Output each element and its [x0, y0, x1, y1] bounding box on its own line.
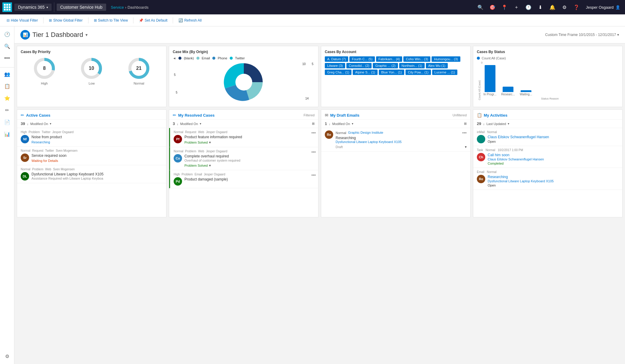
sidebar-item-history[interactable]: 🕐: [0, 29, 14, 40]
hide-visual-filter-label: Hide Visual Filter: [11, 18, 38, 22]
pie-legend: ◄ (blank) Email Phone Twitter: [173, 56, 315, 60]
resolved-down-icon[interactable]: ↓: [177, 122, 178, 126]
resolved-sort-field[interactable]: Modified On: [180, 122, 198, 126]
plus-icon-btn[interactable]: ＋: [512, 2, 521, 12]
tag-3[interactable]: Coho Win... (3): [403, 56, 430, 62]
bell-icon-btn[interactable]: 🔔: [548, 2, 557, 12]
sort-chevron[interactable]: ▾: [50, 122, 51, 125]
tag-13[interactable]: City Pow... (1): [405, 70, 431, 75]
tag-2[interactable]: Fabrikam... (4): [376, 56, 402, 62]
tag-9[interactable]: Alex Wu (1): [426, 63, 448, 68]
nav-divider: [54, 2, 54, 12]
draft-more-icon[interactable]: •••: [462, 130, 467, 135]
help-icon-btn[interactable]: ❓: [572, 2, 581, 12]
refresh-all-btn[interactable]: 🔄 Refresh All: [175, 17, 205, 24]
group-icon[interactable]: 👥: [2, 69, 13, 79]
bar-researching[interactable]: Researc...: [501, 87, 515, 96]
gear-sidebar-icon[interactable]: ⚙: [2, 351, 13, 362]
draft-tag-normal: Normal: [336, 131, 346, 135]
resolved-case-0[interactable]: Normal Request Web Jesper Osgaard ••• Pf…: [169, 128, 318, 147]
bar-in-progress[interactable]: In Progr...: [483, 65, 496, 96]
settings-icon-btn[interactable]: ⚙: [560, 2, 569, 12]
dashboard-header: 📊 Tier 1 Dashboard ▾ Custom Time Frame 1…: [14, 26, 625, 43]
waffle-menu[interactable]: [2, 2, 12, 12]
hide-visual-filter-btn[interactable]: ⊟ Hide Visual Filter: [4, 17, 41, 24]
active-cases-title: Active Cases: [26, 113, 50, 118]
sidebar-item-search[interactable]: 🔍: [0, 41, 14, 52]
breadcrumb-service[interactable]: Service: [111, 5, 124, 10]
resolved-icon: ✏: [173, 113, 176, 118]
user-profile[interactable]: Jesper Osgaard 👤: [584, 4, 623, 11]
time-frame[interactable]: Custom Time Frame 10/1/2015 - 12/31/2017…: [545, 33, 619, 37]
grid-icon[interactable]: ⊞: [312, 122, 315, 126]
active-sort-field[interactable]: Modified On: [30, 122, 48, 126]
tag-4[interactable]: Humongou... (3): [432, 56, 460, 62]
activity-status-0: Open: [488, 140, 619, 143]
activity-item-1[interactable]: Task Normal 10/2/2017 1:00 PM Ch Call hi…: [473, 146, 622, 168]
activities-sort-field[interactable]: Last Updated: [486, 122, 506, 126]
activity-item-0[interactable]: inMail Normal Claus Eilskov Schwanenflug…: [473, 128, 622, 146]
more-icon-0[interactable]: •••: [311, 130, 316, 135]
tag-5[interactable]: Litware (3): [325, 63, 345, 68]
activities-icon: 📋: [477, 113, 482, 118]
draft-down-icon[interactable]: ↓: [329, 122, 330, 126]
mappin-icon-btn[interactable]: 📍: [500, 2, 509, 12]
pencil-icon[interactable]: ✏: [2, 105, 13, 115]
history-icon[interactable]: 🕐: [2, 29, 13, 40]
default-icon: 📌: [139, 18, 143, 22]
download-icon-btn[interactable]: ⬇: [536, 2, 545, 12]
resolved-expand-1[interactable]: ▾: [209, 163, 211, 168]
draft-expand[interactable]: ▾: [465, 145, 467, 149]
bar-label-0: In Progr...: [483, 93, 496, 96]
tag-1[interactable]: Fourth C... (5): [349, 56, 375, 62]
active-case-1[interactable]: Normal Request Twitter Sven Mogensen Sr …: [17, 147, 166, 165]
tile-icon: ⊞: [94, 18, 97, 22]
brand-button[interactable]: Dynamics 365 ▾: [14, 4, 52, 11]
switch-tile-view-btn[interactable]: ⊞ Switch to Tile View: [91, 17, 131, 24]
cases-icon[interactable]: 📋: [2, 81, 13, 91]
tag-12[interactable]: Blue Yon... (1): [379, 70, 404, 75]
draft-sort-field[interactable]: Modified On: [332, 122, 350, 126]
tag-11[interactable]: Alpine S... (1): [353, 70, 378, 75]
active-case-2[interactable]: Normal Problem Web Sven Mogensen DL Dysf…: [17, 165, 166, 183]
tag-8[interactable]: Northwin... (1): [399, 63, 425, 68]
more-icon-2[interactable]: •••: [311, 173, 316, 178]
resolved-main-2: Pd Product damaged (sample): [174, 177, 315, 186]
activity-info-1: Call him soon Claus Eilskov Schwanenflug…: [488, 153, 619, 165]
pie-label-5-top: 5: [312, 62, 313, 66]
resolved-expand-0[interactable]: ▾: [209, 140, 211, 145]
show-global-filter-btn[interactable]: ⊞ Show Global Filter: [46, 17, 85, 24]
tag-7[interactable]: Graphic ... (2): [373, 63, 398, 68]
cases-by-account-widget: Cases By Account A. Datum (7) Fourth C..…: [321, 46, 471, 107]
avatar-2: DL: [21, 172, 29, 181]
set-as-default-btn[interactable]: 📌 Set As Default: [136, 17, 170, 24]
svg-point-9: [235, 74, 252, 91]
draft-grid-icon[interactable]: ⊞: [464, 122, 467, 126]
resolved-case-1[interactable]: Normal Problem Web Jesper Osgaard ••• Co…: [169, 147, 318, 170]
tag-14[interactable]: Lucerne ... (1): [432, 70, 457, 75]
tag-6[interactable]: Consolid... (2): [346, 63, 372, 68]
search-icon-btn[interactable]: 🔍: [476, 2, 485, 12]
activity-item-2[interactable]: Email Normal Re Researching Dysfunctiona…: [473, 168, 622, 190]
draft-item-0[interactable]: Re Normal Graphic Design Institute ••• R…: [321, 128, 470, 152]
sort-down-icon[interactable]: ↓: [27, 122, 28, 126]
search-sidebar-icon[interactable]: 🔍: [2, 41, 13, 52]
activities-down-icon[interactable]: ↓: [483, 122, 485, 126]
star-icon[interactable]: ⭐: [2, 93, 13, 103]
document-icon[interactable]: 📄: [2, 117, 13, 127]
more-icon[interactable]: •••: [2, 53, 13, 64]
tag-10[interactable]: Greg Cha... (1): [325, 70, 351, 75]
bar-waiting[interactable]: Waiting...: [520, 90, 532, 96]
more-icon-1[interactable]: •••: [311, 150, 316, 154]
switch-tile-label: Switch to Tile View: [98, 18, 128, 22]
tag-0[interactable]: A. Datum (7): [325, 56, 348, 62]
resolved-cases-widget: ✏ My Resolved Cases Filtered 3 ↓ Modifie…: [169, 109, 318, 217]
chart-icon[interactable]: 📊: [2, 129, 13, 139]
active-case-0[interactable]: High Problem Twitter Jesper Osgaard Nf N…: [17, 128, 166, 147]
resolved-case-2[interactable]: High Problem Email Jesper Osgaard ••• Pd…: [169, 170, 318, 188]
prev-arrow[interactable]: ◄: [173, 56, 176, 60]
activity-main-0: Claus Eilskov Schwanenflugel Hansen Open: [477, 135, 619, 143]
clock-icon-btn[interactable]: 🕐: [524, 2, 533, 12]
target-icon-btn[interactable]: 🎯: [488, 2, 497, 12]
dashboard-chevron[interactable]: ▾: [85, 32, 88, 37]
